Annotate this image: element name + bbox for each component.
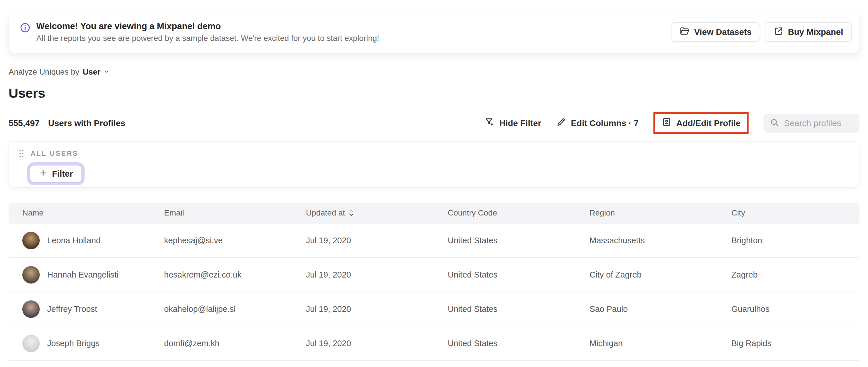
cell-country-code: United States [434,270,576,279]
table-toolbar: Hide Filter Edit Columns · 7 [485,112,860,134]
analyze-by-value: User [83,67,100,77]
info-icon [20,22,31,34]
cell-country-code: United States [434,304,576,314]
id-badge-icon [661,117,672,129]
table-row[interactable]: Leona Holland kephesaj@si.ve Jul 19, 202… [8,223,860,258]
cell-city: Big Rapids [718,339,860,348]
add-edit-profile-highlight: Add/Edit Profile [653,112,749,134]
chevron-down-icon [103,67,110,77]
table-row[interactable]: Joseph Briggs domfi@zem.kh Jul 19, 2020 … [8,327,860,361]
column-header-region[interactable]: Region [576,208,717,217]
welcome-banner: Welcome! You are viewing a Mixpanel demo… [8,11,860,53]
cell-updated-at: Jul 19, 2020 [292,270,434,279]
buy-mixpanel-label: Buy Mixpanel [788,27,843,37]
column-header-updated-at[interactable]: Updated at [292,208,434,217]
banner-text-block: Welcome! You are viewing a Mixpanel demo… [20,21,379,43]
table-row[interactable]: Jeffrey Troost okahelop@lalijpe.sl Jul 1… [8,292,860,327]
view-datasets-button[interactable]: View Datasets [671,22,760,42]
cell-email: okahelop@lalijpe.sl [150,304,292,314]
cell-email: hesakrem@ezi.co.uk [150,270,292,279]
column-header-country-code[interactable]: Country Code [434,208,576,217]
cell-name: Hannah Evangelisti [8,266,150,283]
banner-title: Welcome! You are viewing a Mixpanel demo [36,21,379,31]
cell-region: Massachusetts [576,236,717,245]
hide-filter-label: Hide Filter [499,118,541,128]
analyze-uniques-label: Analyze Uniques by [8,67,79,77]
cell-updated-at: Jul 19, 2020 [292,236,434,245]
cell-region: City of Zagreb [576,270,717,279]
filter-card: ALL USERS Filter [8,141,860,187]
avatar [22,335,40,352]
cell-city: Guarulhos [718,304,860,314]
avatar [22,232,40,249]
cell-region: Sao Paulo [576,304,717,314]
column-header-email[interactable]: Email [150,208,292,217]
buy-mixpanel-button[interactable]: Buy Mixpanel [765,22,852,42]
edit-columns-label: Edit Columns · 7 [571,118,639,128]
view-datasets-label: View Datasets [694,27,751,37]
cell-country-code: United States [434,339,576,348]
cell-country-code: United States [434,236,576,245]
cell-name: Joseph Briggs [8,335,150,352]
column-header-city[interactable]: City [718,208,860,217]
funnel-plus-icon [485,117,495,129]
search-icon [770,118,779,129]
pencil-icon [556,117,566,129]
add-filter-button[interactable]: Filter [30,165,82,183]
table-row[interactable]: Hannah Evangelisti hesakrem@ezi.co.uk Ju… [8,258,860,292]
cell-email: domfi@zem.kh [150,339,292,348]
cell-updated-at: Jul 19, 2020 [292,339,434,348]
cell-region: Michigan [576,339,717,348]
folder-icon [679,26,690,38]
profiles-count-label: Users with Profiles [48,118,125,128]
search-profiles-input[interactable] [784,118,853,128]
cell-city: Zagreb [718,270,860,279]
add-edit-profile-button[interactable]: Add/Edit Profile [661,117,741,129]
stats-toolbar-row: 555,497 Users with Profiles Hide Filter [8,112,860,134]
external-link-icon [773,26,784,38]
drag-handle-icon[interactable] [18,149,25,158]
hide-filter-button[interactable]: Hide Filter [485,117,541,129]
cell-city: Brighton [718,236,860,245]
banner-actions: View Datasets Buy Mixpanel [671,22,852,42]
users-table: Name Email Updated at Country Code [8,203,860,361]
cell-email: kephesaj@si.ve [150,236,292,245]
banner-subtitle: All the reports you see are powered by a… [36,34,379,43]
add-edit-profile-label: Add/Edit Profile [676,118,741,128]
column-header-name[interactable]: Name [8,208,150,217]
plus-icon [39,169,48,179]
sort-icon [348,209,354,217]
avatar [22,266,40,283]
analyze-by-dropdown[interactable]: User [83,67,110,77]
users-page: Welcome! You are viewing a Mixpanel demo… [0,0,868,361]
cell-name: Jeffrey Troost [8,300,150,318]
avatar [22,300,40,318]
table-header: Name Email Updated at Country Code [8,203,860,223]
filter-group-label: ALL USERS [31,150,78,157]
analyze-row: Analyze Uniques by User [8,67,860,77]
page-title: Users [8,85,860,101]
profiles-count: 555,497 [8,118,39,128]
add-filter-label: Filter [52,169,73,179]
cell-name: Leona Holland [8,232,150,249]
search-profiles-box [764,114,860,133]
cell-updated-at: Jul 19, 2020 [292,304,434,314]
edit-columns-button[interactable]: Edit Columns · 7 [556,117,639,129]
